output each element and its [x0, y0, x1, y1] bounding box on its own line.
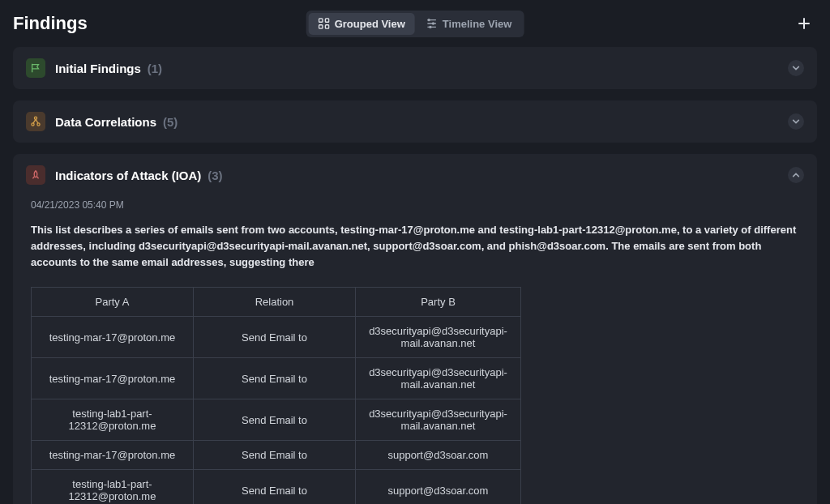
ioa-timestamp: 04/21/2023 05:40 PM	[31, 199, 799, 211]
cell-party-a: testing-lab1-part-12312@proton.me	[32, 399, 194, 441]
section-title-wrap: Data Correlations (5)	[55, 115, 178, 129]
add-button[interactable]	[791, 14, 817, 33]
section-header-left: Data Correlations (5)	[26, 112, 178, 131]
svg-point-13	[32, 123, 34, 126]
timeline-icon	[426, 18, 438, 29]
section-header-left: Indicators of Attack (IOA) (3)	[26, 165, 223, 185]
col-header-party-b: Party B	[356, 288, 521, 317]
svg-point-8	[433, 23, 434, 24]
svg-rect-2	[319, 25, 323, 28]
chevron-down-icon[interactable]	[788, 113, 804, 130]
svg-rect-0	[319, 19, 323, 22]
view-toggle-group: Grouped View Timeline View	[306, 11, 524, 37]
table-row: testing-lab1-part-12312@proton.meSend Em…	[32, 470, 521, 504]
section-title-wrap: Initial Findings (1)	[55, 62, 162, 75]
svg-line-15	[33, 119, 36, 123]
rocket-icon	[26, 165, 45, 185]
cell-relation: Send Email to	[194, 470, 356, 504]
section-count: (1)	[148, 62, 162, 75]
grouped-view-button[interactable]: Grouped View	[309, 13, 415, 35]
chevron-down-icon[interactable]	[788, 60, 804, 76]
cell-party-a: testing-mar-17@proton.me	[32, 317, 194, 358]
plus-icon	[798, 17, 811, 30]
table-row: testing-mar-17@proton.meSend Email tosup…	[32, 441, 521, 470]
ioa-description: This list describes a series of emails s…	[31, 222, 799, 271]
section-count: (3)	[208, 169, 222, 182]
cell-party-b: d3securityapi@d3securityapi-mail.avanan.…	[356, 399, 521, 441]
svg-point-14	[37, 123, 40, 126]
section-count: (5)	[163, 115, 178, 129]
ioa-table: Party A Relation Party B testing-mar-17@…	[31, 287, 521, 504]
section-data-correlations: Data Correlations (5)	[13, 100, 817, 143]
cell-relation: Send Email to	[194, 441, 356, 470]
section-title: Data Correlations	[55, 115, 156, 129]
svg-rect-1	[325, 19, 328, 22]
grid-icon	[319, 18, 330, 29]
nodes-icon	[26, 112, 45, 131]
section-initial-findings: Initial Findings (1)	[13, 47, 817, 89]
col-header-relation: Relation	[194, 288, 356, 317]
page-title: Findings	[13, 13, 88, 34]
cell-relation: Send Email to	[194, 399, 356, 441]
svg-point-9	[430, 26, 431, 28]
svg-point-12	[34, 117, 36, 119]
section-header-ioa[interactable]: Indicators of Attack (IOA) (3)	[13, 154, 817, 196]
section-title: Indicators of Attack (IOA)	[55, 169, 201, 182]
table-row: testing-mar-17@proton.meSend Email tod3s…	[32, 358, 521, 399]
section-header-correlations[interactable]: Data Correlations (5)	[13, 100, 817, 143]
section-header-left: Initial Findings (1)	[26, 58, 162, 78]
section-title: Initial Findings	[55, 62, 141, 75]
page-header: Findings Grouped View	[13, 13, 817, 34]
table-row: testing-lab1-part-12312@proton.meSend Em…	[32, 399, 521, 441]
cell-party-a: testing-mar-17@proton.me	[32, 358, 194, 399]
table-row: testing-mar-17@proton.meSend Email tod3s…	[32, 317, 521, 358]
col-header-party-a: Party A	[32, 288, 194, 317]
section-header-initial[interactable]: Initial Findings (1)	[13, 47, 817, 89]
cell-party-a: testing-mar-17@proton.me	[32, 441, 194, 470]
timeline-view-label: Timeline View	[443, 18, 512, 30]
cell-relation: Send Email to	[194, 317, 356, 358]
section-indicators-of-attack: Indicators of Attack (IOA) (3) 04/21/202…	[13, 154, 817, 504]
svg-line-16	[36, 119, 38, 123]
cell-party-b: d3securityapi@d3securityapi-mail.avanan.…	[356, 317, 521, 358]
cell-party-b: support@d3soar.com	[356, 470, 521, 504]
grouped-view-label: Grouped View	[335, 18, 405, 30]
cell-party-a: testing-lab1-part-12312@proton.me	[32, 470, 194, 504]
svg-point-7	[428, 19, 430, 21]
flag-icon	[26, 58, 45, 78]
cell-party-b: support@d3soar.com	[356, 441, 521, 470]
cell-party-b: d3securityapi@d3securityapi-mail.avanan.…	[356, 358, 521, 399]
section-body-ioa: 04/21/2023 05:40 PM This list describes …	[13, 196, 817, 504]
svg-rect-3	[325, 25, 328, 28]
timeline-view-button[interactable]: Timeline View	[417, 13, 522, 35]
cell-relation: Send Email to	[194, 358, 356, 399]
section-title-wrap: Indicators of Attack (IOA) (3)	[55, 169, 223, 182]
chevron-up-icon[interactable]	[788, 167, 804, 183]
